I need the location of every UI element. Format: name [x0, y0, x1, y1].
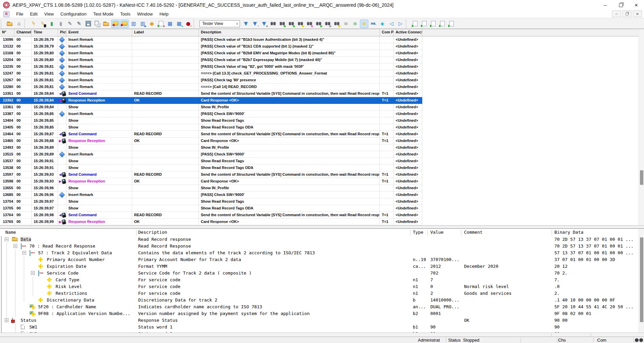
tree-row[interactable]: DataRead Record response70 2D 57 13 37 0…: [0, 236, 639, 243]
column-header-description[interactable]: Description: [199, 29, 380, 36]
pause-icon[interactable]: ▮: [57, 20, 65, 28]
expand-collapse-box[interactable]: [31, 271, 35, 275]
report-3-icon[interactable]: [429, 20, 437, 28]
layout-list-icon[interactable]: ≡: [342, 20, 350, 28]
expand-collapse-box[interactable]: [22, 251, 26, 255]
view-mode-icon[interactable]: ◈: [378, 20, 387, 28]
record-icon[interactable]: ◉: [148, 20, 156, 28]
column-header-channel[interactable]: Channel: [14, 29, 32, 36]
table-row[interactable]: 130960015:26:39,79Insert Remark[PASS] Ch…: [0, 36, 639, 43]
column-header-n-[interactable]: N°: [0, 29, 14, 36]
mdi-restore-button[interactable]: [622, 10, 632, 17]
column-header-picto[interactable]: Picto: [58, 29, 66, 36]
table-row[interactable]: 133870015:26:39,85Insert Remark[PASS] Ch…: [0, 111, 639, 117]
copy-icon[interactable]: [93, 20, 101, 28]
search-all-icon[interactable]: [296, 20, 305, 28]
table-row[interactable]: 135970015:26:39,93◀Send CommandREAD RECO…: [0, 171, 639, 178]
card-eject-icon[interactable]: ▶: [120, 20, 129, 28]
menu-test-mode[interactable]: Test Mode: [90, 10, 117, 18]
menu-help[interactable]: Help: [156, 10, 172, 18]
detail-column-header-description[interactable]: Description: [138, 230, 167, 235]
search-marked-icon[interactable]: [333, 20, 341, 28]
table-row[interactable]: 134050015:26:39,85ShowShow Read Record T…: [0, 124, 639, 131]
expand-collapse-box[interactable]: [13, 244, 17, 248]
table-row[interactable]: 132800015:26:39,81Insert Remark====> [Ca…: [0, 84, 639, 90]
panel-splitter[interactable]: [0, 225, 644, 229]
close-button[interactable]: ✕: [628, 0, 644, 10]
tree-row[interactable]: Discretionary DataDiscretionary Data for…: [0, 297, 639, 304]
nav-previous-icon[interactable]: ◁: [387, 20, 396, 28]
tree-row[interactable]: 5F20 : Cardholder NameIndicates cardhold…: [0, 304, 639, 310]
column-header-label[interactable]: Label: [132, 29, 199, 36]
table-row[interactable]: 132470015:26:39,81Insert Remark====> [Ca…: [0, 70, 639, 77]
event-scroll-thumb[interactable]: [640, 170, 643, 185]
table-row[interactable]: 135380015:26:39,91ShowShow Read Record T…: [0, 165, 639, 171]
log-icon[interactable]: ●: [157, 20, 165, 28]
table-row[interactable]: 134930015:26:39,89ShowShow IN_Profile<Un…: [0, 144, 639, 151]
tree-row[interactable]: StatusResponse StatusOK90 00: [0, 317, 639, 324]
tree-row[interactable]: Card TypeFor service coden177.: [0, 277, 639, 283]
table-row[interactable]: 136550015:26:39,96ShowShow IN_Profile<Un…: [0, 185, 639, 192]
home-icon[interactable]: ⌂: [15, 20, 23, 28]
menu-file[interactable]: File: [13, 10, 27, 18]
open-recent-icon[interactable]: [102, 20, 111, 28]
report-1-icon[interactable]: [411, 20, 419, 28]
table-row[interactable]: 134640015:26:39,87◀Send CommandREAD RECO…: [0, 131, 639, 138]
table-row[interactable]: 137050015:26:39,97ShowShow Read Record T…: [0, 205, 639, 212]
table-row[interactable]: 137640015:26:39,98◀Send CommandREAD RECO…: [0, 212, 639, 219]
tree-row[interactable]: 70 : Read Record ResponseRead Record Res…: [0, 243, 639, 250]
report-2-icon[interactable]: [420, 20, 428, 28]
table-row[interactable]: 135980015:26:39,93▶Response ReceptionOKC…: [0, 178, 639, 185]
expand-collapse-box[interactable]: [5, 237, 8, 241]
search-icon[interactable]: [269, 20, 277, 28]
menu-configuration[interactable]: Configuration: [57, 10, 90, 18]
menu-tools[interactable]: Tools: [117, 10, 134, 18]
layout-list-active-icon[interactable]: ≡: [360, 20, 368, 28]
table-row[interactable]: 133520015:26:39,84▶Response ReceptionOKC…: [0, 97, 639, 104]
menu-edit[interactable]: Edit: [27, 10, 41, 18]
event-table-scrollbar[interactable]: [639, 29, 644, 225]
report-4-icon[interactable]: [438, 20, 447, 28]
column-header-event[interactable]: Event: [66, 29, 132, 36]
filter-icon[interactable]: ▼: [242, 20, 250, 28]
probe-alt-icon[interactable]: ✎: [75, 20, 83, 28]
restore-button[interactable]: [613, 0, 628, 10]
table-row[interactable]: 136850015:26:39,96Insert Remark[PASS] Ch…: [0, 192, 639, 198]
detail-column-header-binary-data[interactable]: Binary Data: [554, 230, 583, 235]
table-row[interactable]: 132040015:26:39,80Insert Remark[PASS] Ch…: [0, 57, 639, 63]
columns-icon[interactable]: ▥: [129, 20, 138, 28]
grid-icon[interactable]: ▦: [166, 20, 174, 28]
table-row[interactable]: 131320015:26:39,79Insert Remark[PASS] Ch…: [0, 43, 639, 50]
filter-text-icon[interactable]: ▼A: [260, 20, 268, 28]
view-selector[interactable]: Tester View∨: [200, 20, 240, 27]
minimize-button[interactable]: ─: [597, 0, 613, 10]
table-row[interactable]: 133510015:26:39,84◀Send CommandREAD RECO…: [0, 90, 639, 97]
menu-view[interactable]: View: [41, 10, 57, 18]
search-prev-icon[interactable]: [287, 20, 296, 28]
table-row[interactable]: 134040015:26:39,85ShowShow Read Record T…: [0, 117, 639, 124]
tree-row[interactable]: SW1Status word 1b19090: [0, 324, 639, 331]
search-any-icon[interactable]: [324, 20, 332, 28]
layout-list-green-icon[interactable]: ≡: [351, 20, 359, 28]
table-row[interactable]: 132670015:26:39,81Insert Remark[PASS] Ch…: [0, 77, 639, 84]
search-error-icon[interactable]: [305, 20, 314, 28]
search-next-icon[interactable]: [278, 20, 286, 28]
tree-row[interactable]: 57 : Track 2 Equivalent DataContains the…: [0, 250, 639, 256]
nav-next-icon[interactable]: ▷: [396, 20, 405, 28]
columns-run-icon[interactable]: ▥▶: [139, 20, 147, 28]
detail-scrollbar[interactable]: [639, 229, 644, 333]
run-icon[interactable]: ϟ: [29, 20, 38, 28]
search-pass-icon[interactable]: [314, 20, 323, 28]
table-row[interactable]: 133610015:26:39,84ShowShow IN_Profile<Un…: [0, 104, 639, 111]
column-header-time[interactable]: Time: [32, 29, 58, 36]
detail-column-header-comment[interactable]: Comment: [464, 230, 483, 235]
mdi-close-button[interactable]: ✕: [633, 10, 642, 17]
mdi-minimize-button[interactable]: ─: [612, 10, 621, 17]
xml-export-icon[interactable]: [369, 20, 377, 28]
open-file-icon[interactable]: [6, 20, 14, 28]
table-row[interactable]: 137040015:26:39,97ShowShow Read Record T…: [0, 198, 639, 205]
tree-row[interactable]: 9F08 : Application Version Numbe... Vers…: [0, 310, 639, 317]
tree-row[interactable]: Primary Account NumberPrimary Account Nu…: [0, 256, 639, 263]
report-5-icon[interactable]: [447, 20, 456, 28]
table-row[interactable]: 137650015:26:39,99▶Response ReceptionOKC…: [0, 219, 639, 225]
